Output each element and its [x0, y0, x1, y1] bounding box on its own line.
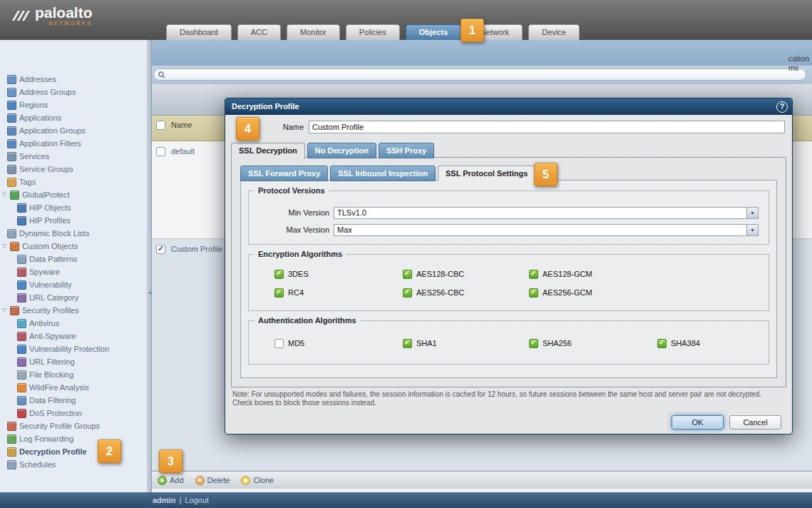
sidebar-item-spyware[interactable]: Spyware — [0, 265, 147, 278]
name-input[interactable] — [309, 121, 785, 133]
sidebar-item-schedules[interactable]: Schedules — [0, 458, 147, 471]
help-icon[interactable]: ? — [776, 101, 788, 113]
expand-arrow-icon[interactable] — [1, 243, 7, 249]
tab-dashboard[interactable]: Dashboard — [166, 24, 232, 40]
tab-objects[interactable]: Objects — [406, 24, 461, 40]
checkbox-checked-icon[interactable] — [274, 270, 284, 279]
add-button-label: Add — [170, 476, 184, 484]
sidebar-item-label: Data Filtering — [29, 396, 76, 405]
checkbox-checked-icon[interactable] — [657, 339, 667, 348]
sidebar-item-regions[interactable]: Regions — [0, 98, 147, 111]
checkbox-checked-icon[interactable] — [403, 339, 412, 348]
cancel-button[interactable]: Cancel — [729, 415, 781, 430]
dialog-subtab-ssl-inbound-inspection[interactable]: SSL Inbound Inspection — [330, 166, 436, 181]
sidebar-item-security-profile-groups[interactable]: Security Profile Groups — [0, 420, 147, 432]
sidebar-item-dos-protection[interactable]: DoS Protection — [0, 407, 147, 420]
min-version-value[interactable]: TLSv1.0 — [334, 207, 746, 219]
sidebar-item-file-blocking[interactable]: File Blocking — [0, 368, 147, 381]
sidebar-item-antivirus[interactable]: Antivirus — [0, 317, 147, 330]
aes128-gcm-checkbox[interactable]: AES128-GCM — [529, 269, 763, 279]
sidebar-item-hip-profiles[interactable]: HIP Profiles — [0, 214, 147, 227]
delete-button[interactable]: Delete — [195, 476, 230, 485]
dialog-tab-ssl-decryption[interactable]: SSL Decryption — [231, 143, 305, 159]
dialog-tab-no-decryption[interactable]: No Decryption — [307, 143, 376, 158]
dialog-title-bar[interactable]: Decryption Profile ? — [225, 98, 792, 115]
checkbox-checked-icon[interactable] — [529, 270, 538, 279]
callout-badge-2: 2 — [98, 440, 121, 463]
checkbox-unchecked-icon[interactable] — [274, 339, 284, 348]
3des-checkbox[interactable]: 3DES — [274, 269, 403, 279]
aes256-gcm-checkbox[interactable]: AES256-GCM — [529, 288, 763, 298]
aes128-cbc-checkbox[interactable]: AES128-CBC — [403, 269, 529, 279]
search-input[interactable] — [168, 69, 801, 80]
max-version-dropdown-icon[interactable] — [746, 224, 759, 236]
add-icon — [158, 476, 167, 485]
add-button[interactable]: Add — [158, 476, 184, 485]
min-version-dropdown-icon[interactable] — [746, 207, 759, 219]
row-checkbox-checked[interactable] — [156, 245, 165, 254]
sidebar-item-tags[interactable]: Tags — [0, 176, 147, 188]
sidebar-item-services[interactable]: Services — [0, 150, 147, 163]
expand-arrow-icon[interactable] — [1, 308, 7, 313]
sidebar-item-data-patterns[interactable]: Data Patterns — [0, 253, 147, 265]
url-filtering-icon — [17, 357, 26, 367]
dos-protection-icon — [17, 409, 26, 418]
aes256-cbc-checkbox[interactable]: AES256-CBC — [403, 288, 529, 298]
sidebar-item-custom-objects[interactable]: Custom Objects — [0, 240, 147, 253]
tab-device[interactable]: Device — [528, 24, 580, 40]
tab-policies[interactable]: Policies — [346, 24, 400, 40]
sidebar-item-wildfire-analysis[interactable]: WildFire Analysis — [0, 381, 147, 394]
dialog-subtab-ssl-forward-proxy[interactable]: SSL Forward Proxy — [240, 166, 328, 181]
max-version-value[interactable]: Max — [334, 224, 746, 236]
checkbox-checked-icon[interactable] — [403, 270, 412, 279]
sidebar-item-application-filters[interactable]: Application Filters — [0, 137, 147, 150]
sidebar-item-address-groups[interactable]: Address Groups — [0, 86, 147, 98]
max-version-select[interactable]: Max — [334, 224, 759, 236]
brand-subtitle: NETWORKS — [35, 21, 93, 26]
sidebar-item-decryption-profile[interactable]: Decryption Profile — [0, 445, 147, 458]
clipped-header-line-1: cation — [788, 54, 809, 64]
dialog-subtab-ssl-protocol-settings[interactable]: SSL Protocol Settings — [438, 166, 535, 182]
sha1-checkbox[interactable]: SHA1 — [403, 338, 529, 348]
sidebar-item-label: URL Category — [29, 293, 78, 302]
expand-arrow-icon[interactable] — [1, 192, 7, 198]
checkbox-checked-icon[interactable] — [529, 339, 538, 348]
dialog-tab-ssh-proxy[interactable]: SSH Proxy — [379, 143, 434, 158]
brand-name: paloalto — [35, 6, 93, 20]
sidebar-item-data-filtering[interactable]: Data Filtering — [0, 394, 147, 407]
sidebar-item-log-forwarding[interactable]: Log Forwarding — [0, 432, 147, 445]
tab-monitor[interactable]: Monitor — [287, 24, 340, 40]
top-header: paloalto NETWORKS DashboardACCMonitorPol… — [0, 0, 812, 41]
sidebar-item-vulnerability[interactable]: Vulnerability — [0, 278, 147, 291]
sidebar-item-globalprotect[interactable]: GlobalProtect — [0, 188, 147, 201]
sidebar-item-service-groups[interactable]: Service Groups — [0, 163, 147, 176]
authentication-algorithms-fieldset: Authentication Algorithms MD5SHA1SHA256S… — [248, 320, 769, 365]
checkbox-checked-icon[interactable] — [529, 288, 538, 298]
sidebar-item-application-groups[interactable]: Application Groups — [0, 124, 147, 137]
sidebar-item-url-category[interactable]: URL Category — [0, 291, 147, 304]
sidebar-item-applications[interactable]: Applications — [0, 111, 147, 124]
checkbox-checked-icon[interactable] — [403, 288, 412, 298]
sidebar-item-dynamic-block-lists[interactable]: Dynamic Block Lists — [0, 227, 147, 240]
dialog-note: Note: For unsupported modes and failures… — [232, 390, 782, 407]
sidebar-item-security-profiles[interactable]: Security Profiles — [0, 304, 147, 317]
clone-button[interactable]: Clone — [241, 476, 274, 485]
sidebar-item-hip-objects[interactable]: HIP Objects — [0, 201, 147, 214]
md5-checkbox[interactable]: MD5 — [274, 338, 403, 348]
dialog-subtabs: SSL Forward ProxySSL Inbound InspectionS… — [240, 166, 535, 181]
sidebar-item-url-filtering[interactable]: URL Filtering — [0, 355, 147, 368]
ok-button[interactable]: OK — [672, 415, 724, 430]
sidebar-item-addresses[interactable]: Addresses — [0, 73, 147, 86]
sha256-checkbox[interactable]: SHA256 — [529, 338, 657, 348]
search-box[interactable] — [153, 68, 806, 81]
min-version-select[interactable]: TLSv1.0 — [334, 207, 759, 219]
row-checkbox-unchecked[interactable] — [156, 147, 165, 156]
checkbox-checked-icon[interactable] — [274, 288, 284, 298]
rc4-checkbox[interactable]: RC4 — [274, 288, 403, 298]
select-all-checkbox[interactable] — [156, 121, 165, 130]
sidebar-item-anti-spyware[interactable]: Anti-Spyware — [0, 330, 147, 342]
logout-link[interactable]: Logout — [185, 496, 209, 504]
tab-acc[interactable]: ACC — [237, 24, 281, 40]
sha384-checkbox[interactable]: SHA384 — [657, 338, 763, 348]
sidebar-item-vulnerability-protection[interactable]: Vulnerability Protection — [0, 342, 147, 355]
